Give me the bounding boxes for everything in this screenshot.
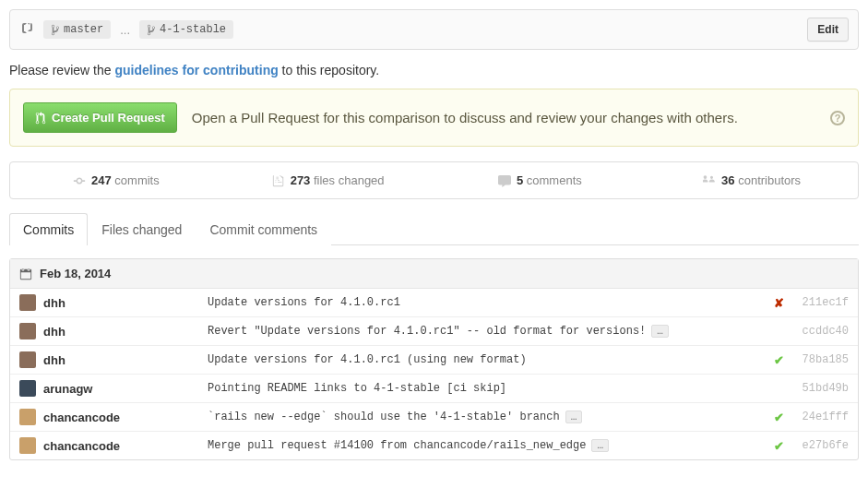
date-label: Feb 18, 2014 [40,267,111,280]
base-branch[interactable]: master [43,20,111,39]
help-icon[interactable]: ? [830,111,845,125]
edit-button[interactable]: Edit [807,18,849,42]
commit-sha[interactable]: 51bd49b [791,382,849,395]
avatar[interactable] [19,294,36,311]
commit-author[interactable]: dhh [43,296,208,310]
guidelines-link[interactable]: guidelines for contributing [114,63,278,77]
commit-sha[interactable]: e27b6fe [791,439,849,452]
base-branch-label: master [64,23,103,36]
avatar[interactable] [19,380,36,397]
commits-count: 247 [91,173,112,187]
commit-icon [73,174,86,187]
commit-row: chancancodeMerge pull request #14100 fro… [10,432,858,459]
commit-row: dhhRevert "Update versions for 4.1.0.rc1… [10,317,858,346]
avatar[interactable] [19,323,36,339]
tab-commit-comments[interactable]: Commit comments [196,213,331,245]
commit-row: arunagwPointing README links to 4-1-stab… [10,375,858,403]
compare-range-bar: master ... 4-1-stable Edit [9,9,859,50]
commit-author[interactable]: dhh [43,325,208,339]
stats-bar: 247 commits 273 files changed 5 comments… [9,161,859,199]
status-success-icon[interactable]: ✔ [771,439,786,453]
range-separator: ... [120,23,130,37]
avatar[interactable] [19,351,36,368]
compare-branch-label: 4-1-stable [160,23,226,36]
contributors-label: contributors [735,173,802,187]
avatar[interactable] [19,409,36,425]
tab-commits[interactable]: Commits [9,213,88,245]
commit-message[interactable]: `rails new --edge` should use the '4-1-s… [208,411,771,423]
contributors-count: 36 [721,173,734,187]
commit-author[interactable]: chancancode [43,411,208,424]
guidelines-suffix: to this repository. [279,63,379,77]
stat-comments[interactable]: 5 comments [434,162,647,198]
comments-label: comments [523,173,582,187]
stat-commits[interactable]: 247 commits [10,162,222,198]
guidelines-notice: Please review the guidelines for contrib… [9,63,859,77]
commit-row: dhhUpdate versions for 4.1.0.rc1✘211ec1f [10,289,858,317]
create-pull-request-button[interactable]: Create Pull Request [23,102,177,133]
files-count: 273 [291,173,311,187]
commit-message[interactable]: Revert "Update versions for 4.1.0.rc1" -… [208,325,771,338]
commit-sha[interactable]: 24e1fff [791,411,849,423]
stat-contributors[interactable]: 36 contributors [646,162,858,198]
files-label: files changed [310,173,384,187]
comment-icon [498,174,511,187]
people-icon [703,174,716,187]
commit-row: chancancode`rails new --edge` should use… [10,403,858,432]
stat-files[interactable]: 273 files changed [222,162,434,198]
commit-message[interactable]: Update versions for 4.1.0.rc1 [208,296,771,309]
pull-request-icon [35,112,46,125]
calendar-icon [19,268,32,280]
commit-row: dhhUpdate versions for 4.1.0.rc1 (using … [10,346,858,375]
status-success-icon[interactable]: ✔ [771,353,786,367]
status-failure-icon[interactable]: ✘ [771,296,786,310]
commit-sha[interactable]: ccddc40 [791,325,849,338]
commit-author[interactable]: dhh [43,353,208,367]
status-success-icon[interactable]: ✔ [771,411,786,424]
pr-description: Open a Pull Request for this comparison … [192,110,738,125]
tab-files-changed[interactable]: Files changed [88,213,196,245]
file-diff-icon [272,174,285,187]
commits-container: Feb 18, 2014 dhhUpdate versions for 4.1.… [9,258,859,460]
compare-icon [19,20,34,39]
date-header: Feb 18, 2014 [10,259,858,289]
expand-message-button[interactable]: … [591,439,609,452]
commit-message[interactable]: Update versions for 4.1.0.rc1 (using new… [208,353,771,366]
range-left: master ... 4-1-stable [19,20,233,39]
commit-author[interactable]: arunagw [43,382,208,396]
commit-message[interactable]: Merge pull request #14100 from chancanco… [208,439,771,452]
commit-sha[interactable]: 78ba185 [791,353,849,366]
guidelines-prefix: Please review the [9,63,114,77]
commit-sha[interactable]: 211ec1f [791,296,849,309]
commit-message[interactable]: Pointing README links to 4-1-stable [ci … [208,382,771,395]
compare-branch[interactable]: 4-1-stable [139,20,233,39]
avatar[interactable] [19,437,36,454]
expand-message-button[interactable]: … [651,325,669,338]
commits-label: commits [112,173,160,187]
tabs: Commits Files changed Commit comments [9,212,859,245]
expand-message-button[interactable]: … [565,411,583,423]
pull-request-box: Create Pull Request Open a Pull Request … [9,89,859,147]
create-pr-label: Create Pull Request [52,111,165,125]
commit-author[interactable]: chancancode [43,439,208,453]
